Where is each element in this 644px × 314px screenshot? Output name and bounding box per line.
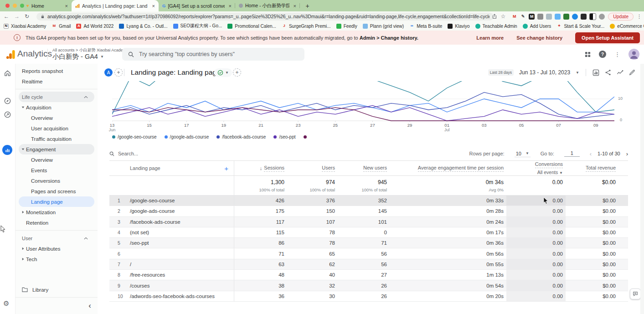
bookmark-item[interactable]: MGmail bbox=[52, 24, 71, 29]
colorzilla-extension-icon[interactable] bbox=[572, 14, 578, 20]
sidebar-item-pages-and-screens[interactable]: Pages and screens bbox=[19, 186, 94, 196]
sidebar-item-user[interactable]: User bbox=[19, 233, 94, 243]
sidebar-item-life-cycle[interactable]: Life cycle bbox=[19, 92, 94, 102]
table-row[interactable]: 67165560m 56s0.00$0.00 bbox=[109, 248, 628, 259]
table-row[interactable]: 7/6362560m 55s0.00$0.00 bbox=[109, 259, 628, 270]
table-row[interactable]: 8/free-resources4840271m 13s0.00$0.00 bbox=[109, 270, 628, 280]
home-icon[interactable] bbox=[4, 69, 11, 77]
sidebar-item-tech[interactable]: Tech bbox=[19, 254, 94, 264]
next-page-icon[interactable]: › bbox=[626, 150, 628, 157]
add-users-icon[interactable] bbox=[523, 24, 528, 29]
scrollbar[interactable] bbox=[640, 64, 644, 314]
bookmark-item[interactable]: Klaviyo bbox=[448, 24, 469, 29]
bookmark-item[interactable]: SEO课程大纲 - Go... bbox=[173, 23, 222, 29]
markdown-extension-icon[interactable]: M bbox=[529, 14, 535, 20]
legend-item[interactable]: /seo-ppt bbox=[273, 134, 295, 139]
feedly-icon[interactable] bbox=[336, 24, 341, 29]
sidebar-item-overview[interactable]: Overview bbox=[19, 113, 94, 123]
start-scale-icon[interactable]: ✦ bbox=[556, 24, 562, 29]
screenshot-extension-icon[interactable] bbox=[563, 14, 569, 20]
table-row[interactable]: 5/seo-ppt8678710m 36s0.00$0.00 bbox=[109, 238, 628, 248]
pen-extension-icon[interactable]: ✎ bbox=[520, 14, 526, 20]
sidebar-item-traffic-acquisition[interactable]: Traffic acquisition bbox=[19, 134, 94, 144]
table-row[interactable]: 4(not set)1157800m 17s0.00$0.00 bbox=[109, 227, 628, 238]
table-row[interactable]: 1/google-seo-course4263763520m 33s0.00$0… bbox=[109, 196, 628, 206]
sidebar-item-conversions[interactable]: Conversions bbox=[19, 175, 94, 186]
reports-icon[interactable] bbox=[2, 145, 12, 155]
sidebar-item-engagement[interactable]: Engagement bbox=[19, 144, 94, 154]
minimize-window-icon[interactable] bbox=[13, 4, 17, 8]
col-header-conversions[interactable]: ConversionsAll events ▼ bbox=[506, 161, 566, 175]
col-header-avg-engagement[interactable]: Average engagement time per session bbox=[390, 161, 506, 175]
loom-extension-icon[interactable] bbox=[599, 14, 605, 20]
google-docs-icon[interactable] bbox=[173, 24, 178, 29]
close-tab-icon[interactable]: × bbox=[152, 3, 155, 9]
insights-icon[interactable] bbox=[617, 69, 623, 76]
share-report-icon[interactable] bbox=[605, 69, 611, 76]
close-tab-icon[interactable]: × bbox=[229, 3, 232, 9]
pin-extension-icon[interactable] bbox=[581, 14, 587, 20]
help-icon[interactable]: ? bbox=[599, 51, 606, 58]
bookmark-item[interactable]: Feedly bbox=[336, 24, 357, 29]
bookmark-item[interactable]: Plann (grid view) bbox=[363, 24, 404, 29]
add-report-tab-icon[interactable]: + bbox=[233, 68, 241, 77]
table-row[interactable]: 10/adwords-seo-facebook-ads-courses36302… bbox=[109, 291, 628, 302]
new-tab-button[interactable]: + bbox=[304, 2, 311, 10]
settings-gear-icon[interactable]: ⚙ bbox=[3, 299, 9, 308]
chevron-down-icon[interactable]: ▼ bbox=[576, 71, 579, 75]
surgegraph-icon[interactable]: J bbox=[282, 24, 287, 29]
learn-more-link[interactable]: Learn more bbox=[476, 35, 504, 41]
advertising-icon[interactable] bbox=[4, 111, 11, 118]
sidebar-item-overview[interactable]: Overview bbox=[19, 154, 94, 165]
contrast-extension-icon[interactable] bbox=[589, 13, 596, 20]
property-selector[interactable]: 小白新势 - GA4▼ bbox=[52, 52, 104, 61]
meta-icon[interactable]: ∞ bbox=[409, 24, 414, 29]
address-bar[interactable]: analytics.google.com/analytics/web/?auth… bbox=[36, 13, 494, 21]
bookmark-item[interactable]: eCommerce Case... bbox=[610, 24, 644, 29]
sidebar-item-retention[interactable]: Retention bbox=[19, 217, 94, 228]
bookmark-star-icon[interactable]: ☆ bbox=[500, 13, 505, 20]
adworld-icon[interactable]: A bbox=[76, 24, 81, 29]
bookmark-item[interactable]: ∞Meta B-suite bbox=[409, 24, 442, 29]
col-header-landing-page[interactable]: Landing page+ bbox=[109, 161, 234, 175]
col-header-total-revenue[interactable]: Total revenue bbox=[566, 161, 628, 175]
browser-tab[interactable]: ♥Home× bbox=[23, 0, 72, 11]
legend-item[interactable]: /facebook-ads-course bbox=[216, 134, 266, 139]
bookmark-item[interactable]: AAd World 2022 bbox=[76, 24, 113, 29]
bookmark-item[interactable]: Lyang & Co. - Outl... bbox=[119, 24, 167, 29]
apps-grid-icon[interactable] bbox=[585, 51, 591, 57]
teachable-icon[interactable] bbox=[475, 24, 480, 29]
bookmark-item[interactable]: Teachable Admin bbox=[475, 24, 517, 29]
notion-icon[interactable]: N bbox=[4, 24, 9, 29]
date-range-selector[interactable]: Jun 13 - Jul 10, 2023 bbox=[519, 69, 570, 76]
reload-icon[interactable]: ↻ bbox=[25, 13, 29, 20]
bookmark-item[interactable]: NXiaobai Academy bbox=[4, 24, 46, 29]
col-header-new-users[interactable]: New users bbox=[338, 161, 390, 175]
sidebar-item-user-attributes[interactable]: User Attributes bbox=[19, 243, 94, 254]
browser-tab[interactable]: Home - 小白新势学院× bbox=[235, 0, 300, 11]
table-row[interactable]: 2/google-ads-course1751501450m 28s0.00$0… bbox=[109, 206, 628, 216]
table-row[interactable]: 3/facebook-ads-course1171071010m 24s0.00… bbox=[109, 217, 628, 227]
close-window-icon[interactable] bbox=[5, 4, 10, 8]
sidebar-item-realtime[interactable]: Realtime bbox=[19, 76, 94, 87]
explore-icon[interactable] bbox=[4, 97, 11, 105]
browser-tab[interactable]: G[GA4] Set up a scroll conversi× bbox=[159, 0, 235, 11]
sidebar-item-user-acquisition[interactable]: User acquisition bbox=[19, 123, 94, 134]
collapse-sidebar-icon[interactable]: ‹ bbox=[88, 301, 91, 310]
forward-icon[interactable]: → bbox=[14, 13, 20, 20]
table-search-input[interactable]: Search... bbox=[109, 151, 138, 156]
klaviyo-icon[interactable] bbox=[448, 24, 453, 29]
sidebar-item-landing-page[interactable]: Landing page bbox=[19, 196, 94, 207]
see-change-history-link[interactable]: See change history bbox=[516, 35, 562, 41]
legend-item[interactable]: /google-ads-course bbox=[165, 134, 209, 139]
col-header-users[interactable]: Users bbox=[287, 161, 338, 175]
customize-report-icon[interactable] bbox=[592, 69, 599, 76]
chrome-update-button[interactable]: Update bbox=[608, 13, 634, 21]
edit-report-icon[interactable] bbox=[629, 69, 635, 76]
table-row[interactable]: 9/courses3832260m 54s0.00$0.00 bbox=[109, 280, 628, 291]
browser-menu-icon[interactable]: ⋮ bbox=[637, 14, 642, 20]
more-options-icon[interactable]: ⋮ bbox=[614, 51, 620, 58]
sidebar-item-acquisition[interactable]: Acquisition bbox=[19, 102, 94, 113]
gmail-icon[interactable]: M bbox=[52, 24, 57, 29]
rows-per-page-select[interactable]: 10▼ bbox=[515, 150, 531, 157]
